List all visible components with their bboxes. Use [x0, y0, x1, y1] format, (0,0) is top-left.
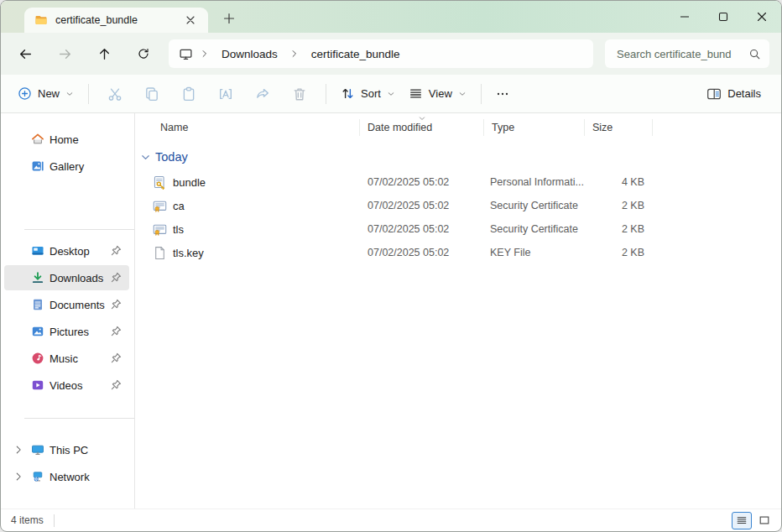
- file-row-ca[interactable]: ca 07/02/2025 05:02 Security Certificate…: [135, 194, 781, 217]
- file-size: 4 KB: [585, 176, 653, 188]
- more-options-button[interactable]: [489, 82, 516, 106]
- pfx-certificate-icon: [153, 175, 167, 190]
- navigation-pane: Home Gallery Desktop: [1, 113, 135, 509]
- chevron-down-icon[interactable]: [140, 152, 151, 163]
- explorer-body: Home Gallery Desktop: [1, 113, 781, 509]
- sidebar-item-label: Videos: [50, 379, 83, 392]
- plus-circle-icon: [18, 86, 32, 101]
- column-header-date-modified[interactable]: Date modified: [360, 119, 484, 136]
- sidebar-item-music[interactable]: Music: [4, 346, 129, 371]
- sort-button-label: Sort: [361, 87, 381, 100]
- view-toggles: [732, 512, 774, 529]
- network-icon: [31, 470, 44, 483]
- pin-icon: [110, 271, 123, 284]
- videos-icon: [31, 378, 44, 392]
- delete-button[interactable]: [281, 81, 318, 107]
- file-name: tls.key: [173, 247, 204, 259]
- sidebar-item-documents[interactable]: Documents: [4, 292, 129, 317]
- new-tab-button[interactable]: [218, 8, 240, 29]
- column-header-type[interactable]: Type: [484, 119, 585, 136]
- up-button[interactable]: [90, 39, 118, 68]
- sidebar-item-this-pc[interactable]: This PC: [4, 437, 129, 462]
- cut-button[interactable]: [96, 81, 133, 107]
- address-bar[interactable]: Downloads certificate_bundle: [169, 39, 593, 68]
- back-button[interactable]: [11, 39, 39, 68]
- new-button-label: New: [38, 87, 60, 100]
- documents-icon: [31, 298, 44, 311]
- breadcrumb-chevron-icon[interactable]: [289, 49, 300, 59]
- refresh-button[interactable]: [129, 39, 158, 68]
- file-row-bundle[interactable]: bundle 07/02/2025 05:02 Personal Informa…: [135, 170, 781, 194]
- column-header-size[interactable]: Size: [585, 119, 653, 136]
- items-count: 4 items: [11, 514, 44, 526]
- sidebar-item-downloads[interactable]: Downloads: [4, 265, 129, 290]
- view-button[interactable]: View: [402, 81, 473, 106]
- group-header-today[interactable]: Today: [140, 147, 781, 167]
- details-button-label: Details: [727, 87, 761, 100]
- chevron-down-icon: [65, 90, 74, 98]
- breadcrumb-current-folder[interactable]: certificate_bundle: [306, 46, 405, 62]
- breadcrumb-chevron-icon[interactable]: [200, 49, 210, 59]
- sidebar-item-label: Desktop: [50, 245, 90, 258]
- security-certificate-icon: [153, 222, 167, 237]
- sidebar-spacer: [1, 399, 134, 409]
- maximize-button[interactable]: [704, 1, 743, 33]
- chevron-down-icon: [458, 90, 467, 98]
- sidebar-item-label: Downloads: [50, 272, 103, 284]
- sidebar-item-gallery[interactable]: Gallery: [4, 154, 129, 179]
- file-name: ca: [173, 200, 185, 212]
- sidebar-item-network[interactable]: Network: [4, 464, 129, 489]
- breadcrumb-downloads[interactable]: Downloads: [216, 46, 283, 62]
- sort-arrows-icon: [341, 86, 355, 101]
- expand-chevron-icon[interactable]: [13, 444, 24, 456]
- file-size: 2 KB: [585, 247, 653, 258]
- expand-chevron-icon[interactable]: [13, 471, 24, 482]
- pin-icon: [110, 325, 123, 337]
- pin-icon: [110, 298, 123, 310]
- sidebar-item-home[interactable]: Home: [4, 127, 129, 152]
- details-view-toggle[interactable]: [732, 512, 752, 529]
- file-explorer-window: certificate_bundle: [0, 0, 782, 532]
- search-input[interactable]: [617, 48, 748, 60]
- minimize-button[interactable]: [665, 1, 704, 33]
- sidebar-item-label: Network: [50, 471, 90, 483]
- file-name: tls: [173, 223, 184, 236]
- tab-title: certificate_bundle: [55, 14, 174, 26]
- file-row-tls[interactable]: tls 07/02/2025 05:02 Security Certificat…: [135, 217, 781, 241]
- group-label: Today: [155, 150, 188, 164]
- tab-close-icon[interactable]: [181, 11, 200, 29]
- sidebar-item-videos[interactable]: Videos: [4, 373, 129, 398]
- rename-button[interactable]: [207, 81, 244, 107]
- close-button[interactable]: [743, 1, 781, 33]
- thumbnail-view-toggle[interactable]: [754, 512, 774, 529]
- this-pc-icon: [31, 443, 44, 456]
- column-header-name[interactable]: Name: [135, 119, 360, 136]
- forward-button[interactable]: [50, 39, 79, 68]
- home-icon: [31, 133, 44, 146]
- file-size: 2 KB: [585, 200, 653, 211]
- copy-button[interactable]: [133, 81, 170, 107]
- sidebar-item-pictures[interactable]: Pictures: [4, 319, 129, 344]
- details-pane-button[interactable]: Details: [700, 81, 768, 107]
- music-icon: [31, 352, 44, 365]
- sort-button[interactable]: Sort: [334, 81, 402, 106]
- search-box[interactable]: [605, 39, 769, 68]
- sidebar-item-label: Pictures: [50, 326, 89, 338]
- search-icon[interactable]: [748, 48, 761, 60]
- this-pc-breadcrumb-icon[interactable]: [179, 47, 193, 61]
- sidebar-item-label: This PC: [50, 444, 88, 456]
- new-button[interactable]: New: [11, 81, 81, 106]
- sidebar-item-desktop[interactable]: Desktop: [4, 238, 129, 263]
- sidebar-separator: [24, 229, 134, 230]
- toolbar-separator: [326, 84, 326, 104]
- sidebar-spacer: [1, 427, 134, 436]
- share-button[interactable]: [244, 81, 281, 107]
- file-row-tls-key[interactable]: tls.key 07/02/2025 05:02 KEY File 2 KB: [135, 241, 781, 264]
- pictures-icon: [31, 325, 44, 338]
- file-type: Personal Informati...: [484, 176, 585, 188]
- ellipsis-icon: [496, 87, 509, 101]
- command-toolbar: New Sort: [1, 75, 781, 113]
- security-certificate-icon: [153, 199, 167, 213]
- explorer-tab[interactable]: certificate_bundle: [24, 8, 208, 33]
- paste-button[interactable]: [170, 81, 207, 107]
